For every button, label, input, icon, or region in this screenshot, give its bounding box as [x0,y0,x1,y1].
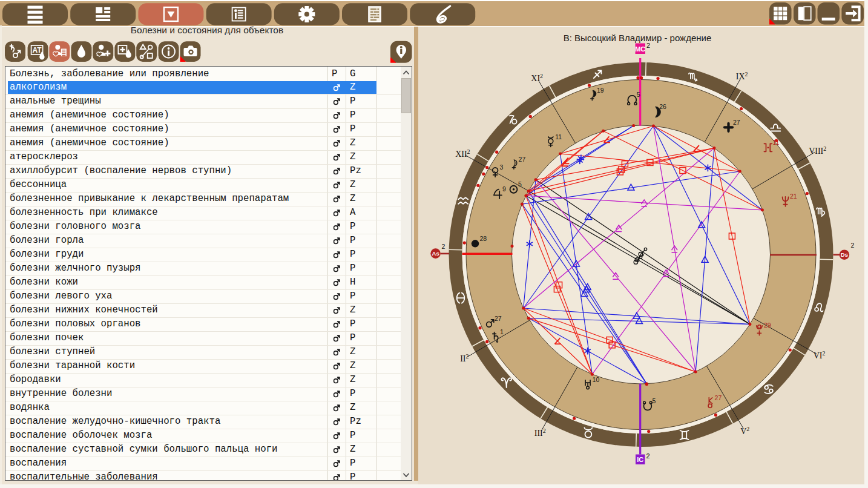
svg-text:VI2: VI2 [814,350,826,360]
svg-text:IC: IC [637,456,643,463]
svg-text:26: 26 [659,103,666,110]
svg-text:10: 10 [593,376,600,383]
svg-text:III2: III2 [534,427,546,438]
svg-text:V2: V2 [740,426,749,436]
svg-text:27: 27 [715,394,722,401]
svg-text:II2: II2 [460,353,469,363]
svg-text:2: 2 [442,243,446,250]
svg-text:5: 5 [518,180,522,188]
svg-text:19: 19 [597,87,604,94]
svg-text:XII2: XII2 [455,148,470,159]
svg-text:27: 27 [733,119,740,126]
svg-text:AT: AT [33,46,42,54]
svg-text:IX2: IX2 [736,71,748,81]
svg-text:11: 11 [555,133,562,140]
svg-text:2: 2 [646,42,650,49]
svg-text:Ds: Ds [841,251,848,258]
svg-text:9: 9 [502,185,506,193]
svg-text:VIII2: VIII2 [809,145,826,156]
svg-text:2: 2 [646,452,650,460]
svg-text:XI2: XI2 [531,73,543,83]
svg-text:29: 29 [764,321,771,329]
svg-text:5: 5 [637,91,640,98]
svg-text:MC: MC [635,45,645,53]
svg-text:5: 5 [652,397,656,404]
svg-text:As: As [432,250,439,257]
svg-text:21: 21 [790,193,797,200]
svg-text:3: 3 [500,163,504,171]
svg-text:27: 27 [519,156,526,163]
svg-text:28: 28 [480,235,487,242]
svg-text:2: 2 [851,242,855,249]
svg-text:27: 27 [495,315,502,322]
svg-text:1: 1 [500,328,504,335]
svg-text:В: Высоцкий Владимир - рождени: В: Высоцкий Владимир - рождение [564,33,711,43]
